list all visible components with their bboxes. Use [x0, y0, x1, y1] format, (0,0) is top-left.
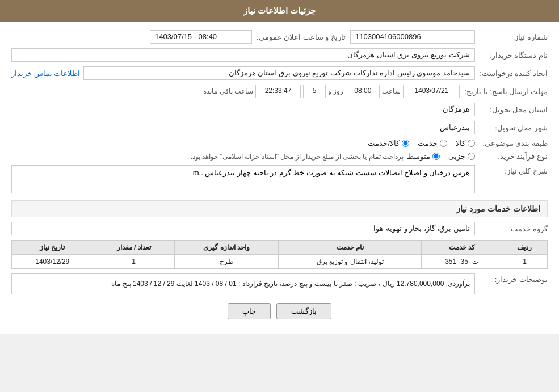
deadline-time: 08:00 — [346, 85, 380, 98]
service-group-label: گروه خدمت: — [480, 225, 548, 233]
page-header: جزئیات اطلاعات نیاز — [0, 0, 559, 22]
requester-org-value: شرکت توزیع نیروی برق استان هرمزگان — [11, 48, 475, 62]
delivery-city-value: بندرعباس — [362, 121, 475, 134]
purchase-radio-jozi[interactable] — [468, 153, 475, 160]
service-group-value: تامین برق، گاز، بخار و تهویه هوا — [11, 222, 475, 235]
purchase-radio-motavasset[interactable] — [432, 153, 440, 160]
description-textarea[interactable] — [11, 165, 475, 193]
cell-date: 1403/12/29 — [12, 255, 93, 269]
announce-label: تاریخ و ساعت اعلان عمومی: — [257, 33, 346, 41]
category-radio-group: کالا خدمت کالا/خدمت — [368, 139, 475, 147]
buyer-notes-row: توضیحات خریدار: برآوردی: 12,780,000,000 … — [11, 273, 548, 294]
col-date: تاریخ نیاز — [12, 241, 93, 255]
services-section-title: اطلاعات خدمات مورد نیاز — [11, 200, 548, 217]
category-option-kala-khedmat: کالا/خدمت — [368, 139, 409, 147]
creator-value: سیدحامد موسوی رئیس اداره تدارکات شرکت تو… — [83, 66, 475, 80]
category-label-khedmat: خدمت — [418, 139, 438, 147]
page-wrapper: جزئیات اطلاعات نیاز شماره نیاز: 11030041… — [0, 0, 559, 334]
delivery-province-value: هرمزگان — [362, 103, 475, 116]
category-radio-kala[interactable] — [468, 140, 475, 147]
announce-value: 1403/07/15 - 08:40 — [150, 30, 252, 44]
description-label: شرح کلی نیاز: — [480, 165, 548, 175]
deadline-remaining-label: ساعت باقی مانده — [203, 87, 253, 95]
services-table: ردیف کد خدمت نام خدمت واحد اندازه گیری ت… — [11, 240, 548, 269]
col-quantity: تعداد / مقدار — [93, 241, 174, 255]
content-area: شماره نیاز: 1103004106000896 تاریخ و ساع… — [0, 22, 559, 334]
purchase-label-jozi: جزیی — [448, 152, 465, 161]
col-code: کد خدمت — [422, 241, 502, 255]
cell-name: تولید، انتقال و توزیع برق — [279, 255, 422, 269]
deadline-row: مهلت ارسال پاسخ: تا تاریخ: 1403/07/21 سا… — [11, 85, 548, 98]
category-radio-khedmat[interactable] — [440, 140, 447, 147]
delivery-province-row: استان محل تحویل: هرمزگان — [11, 103, 548, 116]
purchase-type-row: نوع فرآیند خرید: جزیی متوسط پرداخت تمام … — [11, 152, 548, 161]
requester-org-row: نام دستگاه خریدار: شرکت توزیع نیروی برق … — [11, 48, 548, 62]
category-label-kala: کالا — [456, 139, 465, 147]
purchase-type-label: نوع فرآیند خرید: — [480, 152, 548, 161]
need-number-label: شماره نیاز: — [480, 33, 548, 41]
deadline-group: 1403/07/21 ساعت 08:00 روز و 5 22:33:47 س… — [203, 85, 460, 98]
print-button[interactable]: چاپ — [228, 303, 271, 319]
cell-code: ت -35- 351 — [422, 255, 502, 269]
table-row: 1 ت -35- 351 تولید، انتقال و توزیع برق ط… — [12, 255, 548, 269]
btn-group: بازگشت چاپ — [11, 303, 548, 319]
buyer-notes-value: برآوردی: 12,780,000,000 ریال ، ضریب : صف… — [11, 273, 475, 294]
category-option-khedmat: خدمت — [418, 139, 447, 147]
creator-group: سیدحامد موسوی رئیس اداره تدارکات شرکت تو… — [11, 66, 475, 80]
need-number-row: شماره نیاز: 1103004106000896 تاریخ و ساع… — [11, 30, 548, 44]
col-name: نام خدمت — [279, 241, 422, 255]
page-title: جزئیات اطلاعات نیاز — [243, 6, 316, 15]
delivery-city-row: شهر محل تحویل: بندرعباس — [11, 121, 548, 134]
deadline-date: 1403/07/21 — [403, 85, 460, 98]
buyer-notes-label: توضیحات خریدار: — [480, 273, 548, 284]
delivery-city-label: شهر محل تحویل: — [480, 124, 548, 132]
category-label-kala-khedmat: کالا/خدمت — [368, 139, 400, 147]
deadline-remaining: 22:33:47 — [255, 85, 301, 98]
need-number-value: 1103004106000896 — [350, 30, 475, 44]
category-row: طبقه بندی موضوعی: کالا خدمت کالا/خدمت — [11, 139, 548, 147]
cell-quantity: 1 — [93, 255, 174, 269]
purchase-type-group: جزیی متوسط پرداخت تمام یا بخشی از مبلغ خ… — [11, 152, 475, 161]
col-row: ردیف — [502, 241, 547, 255]
requester-org-label: نام دستگاه خریدار: — [480, 51, 548, 60]
category-radio-kala-khedmat[interactable] — [402, 140, 409, 147]
purchase-label-motavasset: متوسط — [407, 152, 430, 161]
col-unit: واحد اندازه گیری — [174, 241, 279, 255]
deadline-days: 5 — [303, 85, 326, 98]
service-group-row: گروه خدمت: تامین برق، گاز، بخار و تهویه … — [11, 222, 548, 235]
cell-unit: طرح — [174, 255, 279, 269]
deadline-label: مهلت ارسال پاسخ: تا تاریخ: — [464, 87, 548, 96]
cell-row: 1 — [502, 255, 547, 269]
deadline-time-label: ساعت — [382, 87, 401, 95]
description-row: شرح کلی نیاز: — [11, 165, 548, 193]
purchase-radio-group: جزیی متوسط — [407, 152, 475, 161]
back-button[interactable]: بازگشت — [276, 303, 331, 319]
contact-link[interactable]: اطلاعات تماس خریدار — [11, 69, 80, 78]
deadline-days-label: روز و — [328, 87, 343, 95]
category-option-kala: کالا — [456, 139, 475, 147]
creator-label: ایجاد کننده درخواست: — [480, 69, 548, 78]
purchase-option-motavasset: متوسط — [407, 152, 440, 161]
purchase-note: پرداخت تمام یا بخشی از مبلغ خریدار از مح… — [191, 153, 404, 161]
creator-row: ایجاد کننده درخواست: سیدحامد موسوی رئیس … — [11, 66, 548, 80]
delivery-province-label: استان محل تحویل: — [480, 106, 548, 114]
category-label: طبقه بندی موضوعی: — [480, 139, 548, 147]
purchase-option-jozi: جزیی — [448, 152, 475, 161]
